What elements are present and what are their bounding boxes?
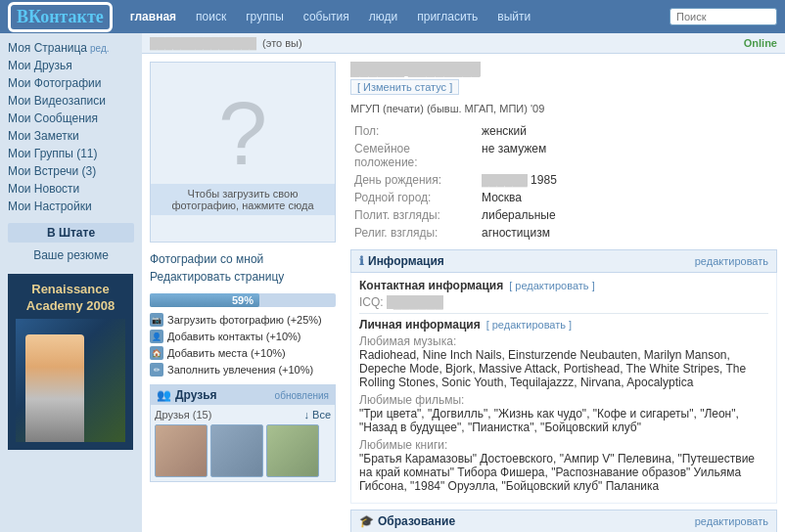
city-label: Родной город: [350,189,478,206]
education-icon: 🎓 [359,514,374,528]
header: ВКонтакте главная поиск группы события л… [0,0,785,33]
books-label: Любимые книги: [359,438,768,452]
friends-icon: 👥 [157,388,171,402]
education-section-edit[interactable]: редактировать [695,515,768,527]
profile-status-button[interactable]: [ Изменить статус ] [350,79,459,95]
films-value: "Три цвета", "Догвилль", "Жизнь как чудо… [359,407,768,434]
photos-with-me-link[interactable]: Фотографии со мной [150,250,341,268]
music-value: Radiohead, Nine Inch Nails, Einsturzende… [359,348,768,389]
friends-grid [155,424,331,477]
profile-name-hidden: ██████████████ [150,37,256,49]
birthday-label: День рождения: [350,171,478,189]
progress-label-hobbies: Заполнить увлечения (+10%) [167,364,313,376]
sidebar-item-notes[interactable]: Мои Заметки [8,127,134,145]
nav-search[interactable]: поиск [188,6,234,27]
photo-area: ? Чтобы загрузить свою фотографию, нажми… [150,62,341,532]
progress-label-photo: Загрузить фотографию (+25%) [167,314,322,326]
friends-count: Друзья (15) [155,409,211,421]
education-section-header: 🎓 Образование редактировать [350,510,777,532]
religion-value: агностицизм [478,224,777,242]
nav-people[interactable]: люди [361,6,405,27]
sidebar-edit-link[interactable]: ред. [90,43,110,54]
camera-icon: 📷 [150,313,163,327]
progress-item-contacts[interactable]: 👤 Добавить контакты (+10%) [150,330,341,343]
contacts-icon: 👤 [150,330,163,343]
nav-home[interactable]: главная [122,6,184,27]
banner-image [16,319,125,442]
contact-info-header: Контактная информация [ редактировать ] [359,279,768,292]
banner-title: Renaissance Academy 2008 [16,282,125,315]
nav-groups[interactable]: группы [238,6,292,27]
sidebar-item-friends[interactable]: Мои Друзья [8,57,134,74]
sidebar-item-groups[interactable]: Мои Группы (11) [8,145,134,162]
profile-header-strip: ██████████████ (это вы) Online [142,33,785,54]
profile-school: МГУП (печати) (бывш. МГАП, МПИ) '09 [350,103,777,114]
friends-section: 👥 Друзья обновления Друзья (15) ↓ Все [150,384,336,482]
friends-updates[interactable]: обновления [275,390,329,401]
search-input[interactable] [670,8,777,25]
icq-value: 1██████ [387,295,443,309]
nav-events[interactable]: события [296,6,357,27]
nav-logout[interactable]: выйти [489,6,538,27]
religion-label: Религ. взгляды: [350,224,478,242]
progress-percent: 59% [150,294,336,306]
edit-icon: ✏ [150,363,163,377]
info-section-edit[interactable]: редактировать [695,255,768,267]
politics-value: либеральные [478,206,777,224]
personal-info-header: Личная информация [ редактировать ] [359,318,768,332]
sidebar-resume-link[interactable]: Ваше резюме [8,246,134,264]
personal-edit-link[interactable]: [ редактировать ] [486,319,572,331]
birthday-value: ██████ 1985 [478,171,777,189]
photo-placeholder[interactable]: ? Чтобы загрузить свою фотографию, нажми… [150,62,336,243]
sidebar-item-photos[interactable]: Мои Фотографии [8,74,134,92]
friends-title: 👥 Друзья [157,388,217,402]
sidebar-item-videos[interactable]: Мои Видеозаписи [8,92,134,110]
info-section-header: ℹ Информация редактировать [350,249,777,273]
friend-avatar-3[interactable] [266,424,319,477]
edit-page-link[interactable]: Редактировать страницу [150,268,341,286]
progress-item-places[interactable]: 🏠 Добавить места (+10%) [150,346,341,360]
info-content: Контактная информация [ редактировать ] … [350,273,777,504]
friend-avatar-1[interactable] [155,424,208,477]
music-row: Любимая музыка: Radiohead, Nine Inch Nai… [359,334,768,389]
music-label: Любимая музыка: [359,334,768,348]
profile-actions: Фотографии со мной Редактировать страниц… [150,250,341,286]
places-icon: 🏠 [150,346,163,360]
gender-value: женский [478,122,777,140]
sidebar-item-messages[interactable]: Мои Сообщения [8,110,134,127]
upload-photo-text[interactable]: Чтобы загрузить свою фотографию, нажмите… [151,184,335,215]
sidebar-item-news[interactable]: Мои Новости [8,180,134,198]
progress-bar-outer: 59% [150,293,336,307]
politics-label: Полит. взгляды: [350,206,478,224]
progress-label-contacts: Добавить контакты (+10%) [167,331,301,342]
logo[interactable]: ВКонтакте [8,2,113,32]
gender-label: Пол: [350,122,478,140]
friends-meta: Друзья (15) ↓ Все [155,409,331,421]
city-value: Москва [478,189,777,206]
profile-its-you-label: (это вы) [262,37,302,49]
advertisement-banner[interactable]: Renaissance Academy 2008 [8,274,133,450]
progress-item-hobbies[interactable]: ✏ Заполнить увлечения (+10%) [150,363,341,377]
sidebar-item-events[interactable]: Мои Встречи (3) [8,162,134,180]
table-row: Религ. взгляды: агностицизм [350,224,777,242]
friends-all-link[interactable]: ↓ Все [303,409,331,421]
progress-label-places: Добавить места (+10%) [167,347,286,359]
progress-item-photo[interactable]: 📷 Загрузить фотографию (+25%) [150,313,341,327]
table-row: День рождения: ██████ 1985 [350,171,777,189]
table-row: Семейное положение: не замужем [350,140,777,171]
family-value: не замужем [478,140,777,171]
nav-invite[interactable]: пригласить [409,6,485,27]
icq-label: ICQ: [359,295,384,309]
friends-header: 👥 Друзья обновления [151,385,335,405]
icq-row: ICQ: 1██████ [359,295,768,309]
friend-avatar-2[interactable] [210,424,263,477]
profile-info: ██████ ████████ [ Изменить статус ] МГУП… [350,62,777,532]
sidebar-item-settings[interactable]: Мои Настройки [8,198,134,215]
sidebar-item-mypage[interactable]: Моя Страница [8,39,87,57]
table-row: Родной город: Москва [350,189,777,206]
online-status: Online [744,37,777,49]
friends-body: Друзья (15) ↓ Все [151,405,335,481]
info-section-title: ℹ Информация [359,254,444,268]
profile-completion: 59% 📷 Загрузить фотографию (+25%) 👤 Доба… [150,293,341,377]
contact-edit-link[interactable]: [ редактировать ] [509,280,594,291]
